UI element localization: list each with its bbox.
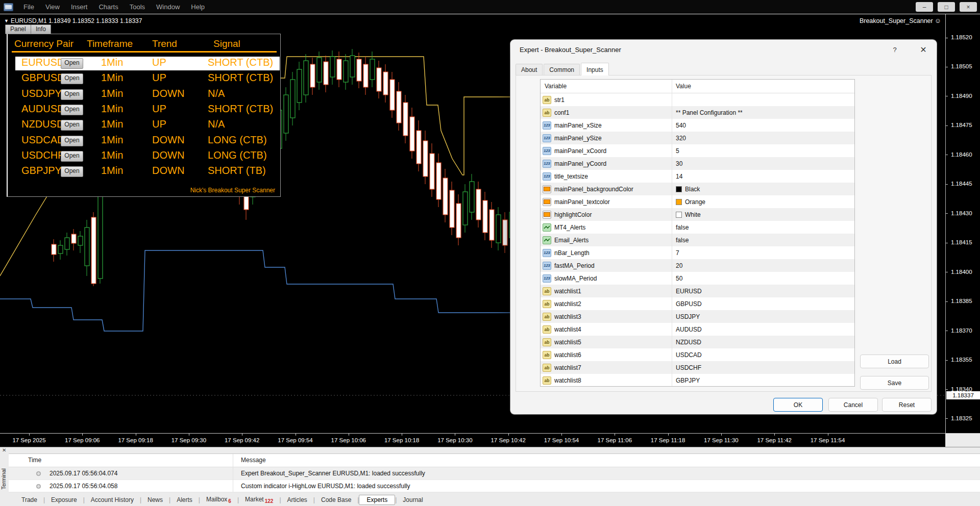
param-row-mainPanel_xCoord[interactable]: 123mainPanel_xCoord5 — [541, 144, 854, 157]
open-button[interactable]: Open — [61, 89, 83, 100]
param-row-MT4_Alerts[interactable]: MT4_Alertsfalse — [541, 221, 854, 234]
terminal-tab-trade[interactable]: Trade — [15, 495, 43, 504]
scanner-column-header: Trend — [152, 38, 177, 49]
param-row-slowMA_Period[interactable]: 123slowMA_Period50 — [541, 272, 854, 285]
terminal-tab-alerts[interactable]: Alerts — [170, 495, 199, 504]
open-button[interactable]: Open — [61, 73, 83, 84]
menu-item-tools[interactable]: Tools — [124, 3, 151, 11]
param-row-watchlist5[interactable]: abwatchlist5NZDUSD — [541, 336, 854, 348]
menu-item-charts[interactable]: Charts — [93, 3, 124, 11]
ea-smiley-icon[interactable]: ☺ — [935, 17, 941, 24]
scanner-row-audusd[interactable]: AUDUSDOpen1MinUPSHORT (CTB) — [15, 103, 280, 117]
terminal-side-label: Terminal — [1, 463, 7, 495]
param-row-watchlist2[interactable]: abwatchlist2GBPUSD — [541, 297, 854, 310]
menu-item-file[interactable]: File — [18, 3, 40, 11]
save-button[interactable]: Save — [860, 376, 929, 390]
restore-button[interactable]: □ — [938, 2, 955, 12]
terminal-tab-code-base[interactable]: Code Base — [315, 495, 357, 504]
param-row-title_textsize[interactable]: 123title_textsize14 — [541, 170, 854, 183]
cancel-button[interactable]: Cancel — [828, 398, 878, 412]
scanner-row-eurusd[interactable]: EURUSDOpen1MinUPSHORT (CTB) — [15, 57, 280, 70]
terminal-tab-exposure[interactable]: Exposure — [45, 495, 83, 504]
low-indicator-line — [0, 250, 531, 331]
param-value: GBPJPY — [676, 377, 700, 384]
param-row-nBar_Length[interactable]: 123nBar_Length7 — [541, 246, 854, 259]
param-row-fastMA_Period[interactable]: 123fastMA_Period20 — [541, 259, 854, 272]
param-row-watchlist6[interactable]: abwatchlist6USDCAD — [541, 348, 854, 361]
dropdown-arrow-icon[interactable]: ▼ — [4, 18, 9, 23]
help-button[interactable]: ? — [888, 44, 901, 55]
param-row-conf1[interactable]: abconf1** Panel Configuration ** — [541, 106, 854, 119]
open-button[interactable]: Open — [61, 105, 83, 115]
param-row-watchlist4[interactable]: abwatchlist4AUDUSD — [541, 323, 854, 336]
open-button[interactable]: Open — [61, 166, 83, 177]
terminal-tab-articles[interactable]: Articles — [281, 495, 313, 504]
log-message: Expert Breakout_Super_Scanner EURUSD,M1:… — [241, 470, 425, 477]
param-row-watchlist8[interactable]: abwatchlist8GBPJPY — [541, 374, 854, 387]
scanner-row-nzdusd[interactable]: NZDUSDOpen1MinUPN/A — [15, 118, 280, 132]
price-label: 1.18385 — [951, 298, 972, 304]
ok-button[interactable]: OK — [773, 398, 823, 412]
close-button[interactable]: × — [960, 2, 977, 12]
terminal-log-row[interactable]: 2025.09.17 05:56:04.074Expert Breakout_S… — [9, 467, 980, 480]
terminal-tab-experts[interactable]: Experts — [359, 495, 395, 505]
terminal-close-icon[interactable]: ✕ — [2, 447, 6, 453]
param-row-highlightColor[interactable]: highlightColorWhite — [541, 208, 854, 221]
param-name: mainPanel_ySize — [554, 135, 602, 142]
reset-button[interactable]: Reset — [882, 398, 932, 412]
load-button[interactable]: Load — [860, 355, 929, 368]
param-row-mainPanel_ySize[interactable]: 123mainPanel_ySize320 — [541, 132, 854, 144]
scanner-row-gbpjpy[interactable]: GBPJPYOpen1MinDOWNSHORT (TB) — [15, 165, 280, 179]
tab-common[interactable]: Common — [544, 64, 580, 75]
open-button[interactable]: Open — [61, 58, 83, 69]
terminal-tab-mailbox[interactable]: Mailbox6 — [200, 495, 237, 505]
menu-item-help[interactable]: Help — [185, 3, 210, 11]
time-label: 17 Sep 09:18 — [118, 437, 153, 443]
terminal-tab-journal[interactable]: Journal — [397, 495, 429, 504]
menu-item-view[interactable]: View — [40, 3, 65, 11]
param-row-watchlist7[interactable]: abwatchlist7USDCHF — [541, 361, 854, 374]
param-row-str1[interactable]: abstr1 — [541, 93, 854, 106]
tab-inputs[interactable]: Inputs — [581, 63, 609, 75]
time-tick — [455, 434, 455, 436]
open-button[interactable]: Open — [61, 151, 83, 162]
terminal-tab-news[interactable]: News — [141, 495, 169, 504]
time-label: 17 Sep 11:54 — [811, 437, 845, 443]
dialog-close-icon[interactable]: ✕ — [917, 44, 930, 55]
minimize-button[interactable]: – — [916, 2, 933, 12]
param-row-mainPanel_xSize[interactable]: 123mainPanel_xSize540 — [541, 119, 854, 132]
param-rows: abstr1abconf1** Panel Configuration **12… — [541, 93, 854, 387]
terminal-tab-market[interactable]: Market122 — [239, 495, 279, 505]
menu-item-window[interactable]: Window — [151, 3, 185, 11]
time-tick — [29, 434, 30, 436]
param-row-mainPanel_textcolor[interactable]: mainPanel_textcolorOrange — [541, 195, 854, 208]
price-tick — [946, 96, 948, 96]
tab-badge: 122 — [265, 498, 274, 504]
param-row-watchlist1[interactable]: abwatchlist1EURUSD — [541, 285, 854, 297]
column-value: Value — [676, 83, 691, 90]
terminal-tab-account-history[interactable]: Account History — [85, 495, 140, 504]
info-button[interactable]: Info — [31, 24, 51, 34]
param-value: AUDUSD — [676, 326, 702, 333]
integer-param-icon: 123 — [543, 262, 551, 270]
param-row-Email_Alerts[interactable]: Email_Alertsfalse — [541, 234, 854, 246]
time-tick — [721, 434, 722, 436]
boolean-param-icon — [543, 236, 551, 244]
terminal-log-row[interactable]: 2025.09.17 05:56:04.058Custom indicator … — [9, 480, 980, 493]
param-row-mainPanel_backgroundColor[interactable]: mainPanel_backgroundColorBlack — [541, 183, 854, 195]
open-button[interactable]: Open — [61, 136, 83, 146]
scanner-row-gbpusd[interactable]: GBPUSDOpen1MinUPSHORT (CTB) — [15, 72, 280, 86]
param-row-watchlist3[interactable]: abwatchlist3USDJPY — [541, 310, 854, 323]
string-param-icon: ab — [543, 313, 551, 321]
open-button[interactable]: Open — [61, 120, 83, 131]
string-param-icon: ab — [543, 338, 551, 346]
tab-about[interactable]: About — [516, 64, 543, 75]
param-name: slowMA_Period — [554, 275, 597, 282]
scanner-row-usdcad[interactable]: USDCADOpen1MinDOWNLONG (CTB) — [15, 134, 280, 148]
param-row-mainPanel_yCoord[interactable]: 123mainPanel_yCoord30 — [541, 157, 854, 170]
menu-item-insert[interactable]: Insert — [65, 3, 93, 11]
param-value: 5 — [676, 147, 679, 155]
scanner-row-usdchf[interactable]: USDCHFOpen1MinDOWNLONG (CTB) — [15, 149, 280, 163]
scanner-row-usdjpy[interactable]: USDJPYOpen1MinDOWNN/A — [15, 88, 280, 102]
panel-button[interactable]: Panel — [5, 24, 31, 34]
